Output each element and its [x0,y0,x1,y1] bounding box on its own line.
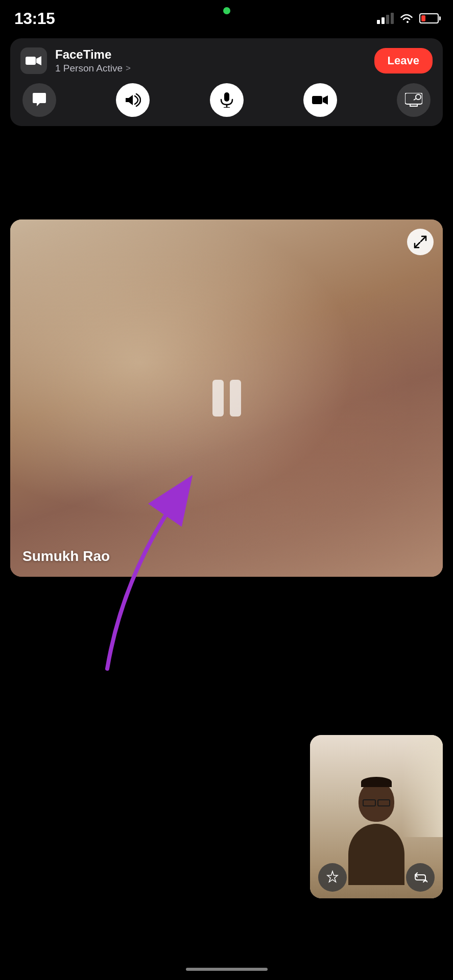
svg-rect-4 [312,96,322,104]
camera-icon [312,94,328,106]
signal-icon [377,13,394,24]
status-time: 13:15 [14,9,55,28]
svg-line-7 [414,99,416,100]
microphone-button[interactable] [210,83,244,117]
effect-button[interactable] [318,863,347,892]
home-indicator [186,968,268,971]
facetime-banner: FaceTime 1 Person Active > Leave [10,38,443,126]
wifi-icon [399,13,414,24]
controls-row [20,83,433,117]
speaker-icon [125,93,141,107]
message-icon [32,93,47,107]
chevron-icon: > [126,63,131,74]
flip-camera-button[interactable] [406,863,435,892]
shareplay-button[interactable] [397,83,431,117]
status-icons [377,13,439,24]
person-head [359,781,394,822]
status-bar: 13:15 [0,0,453,31]
expand-icon [414,235,427,249]
self-view-controls [310,863,443,898]
svg-rect-0 [26,57,36,65]
leave-button[interactable]: Leave [374,48,433,74]
expand-button[interactable] [407,229,434,255]
svg-point-6 [416,94,421,100]
facetime-app-icon [20,47,47,74]
microphone-icon [220,92,233,108]
self-view-thumbnail[interactable] [310,735,443,898]
banner-title: FaceTime [55,47,131,62]
message-button[interactable] [22,83,56,117]
banner-subtitle: 1 Person Active > [55,63,131,74]
camera-button[interactable] [303,83,337,117]
main-video-content: Sumukh Rao [10,219,443,577]
pause-indicator [212,380,241,416]
caller-name: Sumukh Rao [22,548,110,565]
svg-rect-1 [224,92,229,102]
shareplay-icon [405,93,422,107]
battery-icon [419,13,439,23]
self-view-content [310,735,443,898]
speaker-button[interactable] [116,83,150,117]
flip-camera-icon [413,871,427,884]
video-camera-icon [26,55,42,66]
effect-icon [325,870,340,885]
main-video-area[interactable]: Sumukh Rao [10,219,443,577]
